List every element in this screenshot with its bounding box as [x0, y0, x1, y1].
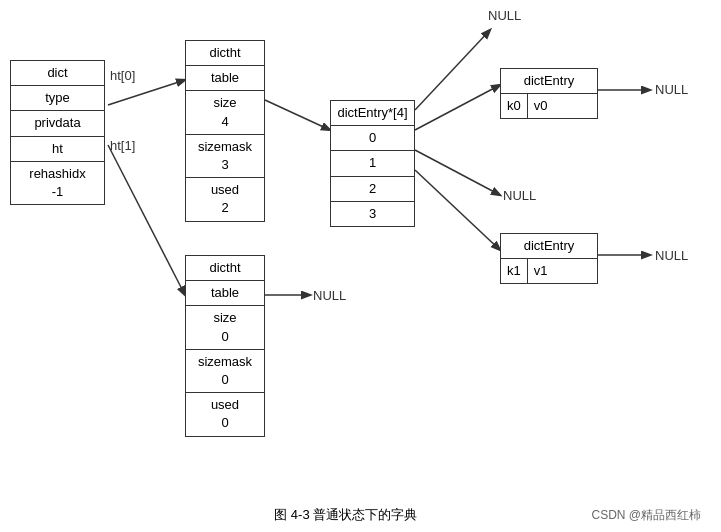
dictht-top-box: dictht table size4 sizemask3 used2: [185, 40, 265, 222]
dict-entry-top-kv: k0 v0: [501, 94, 597, 118]
dict-rehashidx: rehashidx-1: [11, 162, 104, 204]
dictht-bottom-size: size0: [186, 306, 264, 349]
svg-line-3: [415, 30, 490, 110]
null-top: NULL: [488, 8, 521, 23]
dict-privdata: privdata: [11, 111, 104, 136]
diagram-title: 图 4-3 普通状态下的字典: [100, 506, 591, 524]
dict-box: dict type privdata ht rehashidx-1: [10, 60, 105, 205]
dictht-bottom-sizemask: sizemask0: [186, 350, 264, 393]
dictht-top-label: dictht: [186, 41, 264, 66]
footer: 图 4-3 普通状态下的字典 CSDN @精品西红柿: [0, 506, 721, 524]
dict-entry-top-label: dictEntry: [501, 69, 597, 94]
dict-entry-bottom-k: k1: [501, 259, 528, 283]
dictht-top-table: table: [186, 66, 264, 91]
svg-line-4: [415, 85, 500, 130]
null-middle: NULL: [503, 188, 536, 203]
dictht-top-size: size4: [186, 91, 264, 134]
svg-line-2: [265, 100, 330, 130]
dict-entry-array-2: 2: [331, 177, 414, 202]
dictht-bottom-label: dictht: [186, 256, 264, 281]
dict-entry-top-k: k0: [501, 94, 528, 118]
svg-line-0: [108, 80, 185, 105]
dict-entry-bottom-box: dictEntry k1 v1: [500, 233, 598, 284]
dictht-bottom-table: table: [186, 281, 264, 306]
dictht-bottom-box: dictht table size0 sizemask0 used0: [185, 255, 265, 437]
dictht-top-sizemask: sizemask3: [186, 135, 264, 178]
dict-entry-bottom-kv: k1 v1: [501, 259, 597, 283]
dict-entry-array-header: dictEntry*[4]: [331, 101, 414, 126]
dict-entry-bottom-v: v1: [528, 259, 554, 283]
dict-entry-top-box: dictEntry k0 v0: [500, 68, 598, 119]
null-dictht-bottom: NULL: [313, 288, 346, 303]
null-entry-bottom: NULL: [655, 248, 688, 263]
null-entry-top: NULL: [655, 82, 688, 97]
svg-line-5: [415, 150, 500, 195]
ht0-label: ht[0]: [110, 68, 135, 83]
arrows-svg: [0, 0, 721, 500]
dict-entry-top-v: v0: [528, 94, 554, 118]
dict-entry-array-box: dictEntry*[4] 0 1 2 3: [330, 100, 415, 227]
dict-entry-array-1: 1: [331, 151, 414, 176]
diagram-container: dict type privdata ht rehashidx-1 ht[0] …: [0, 0, 721, 500]
dict-ht: ht: [11, 137, 104, 162]
svg-line-1: [108, 145, 185, 295]
dict-type: type: [11, 86, 104, 111]
dictht-bottom-used: used0: [186, 393, 264, 435]
dict-entry-bottom-label: dictEntry: [501, 234, 597, 259]
ht1-label: ht[1]: [110, 138, 135, 153]
dict-entry-array-0: 0: [331, 126, 414, 151]
dict-label: dict: [11, 61, 104, 86]
dictht-top-used: used2: [186, 178, 264, 220]
svg-line-6: [415, 170, 500, 250]
watermark: CSDN @精品西红柿: [591, 507, 701, 524]
dict-entry-array-3: 3: [331, 202, 414, 226]
